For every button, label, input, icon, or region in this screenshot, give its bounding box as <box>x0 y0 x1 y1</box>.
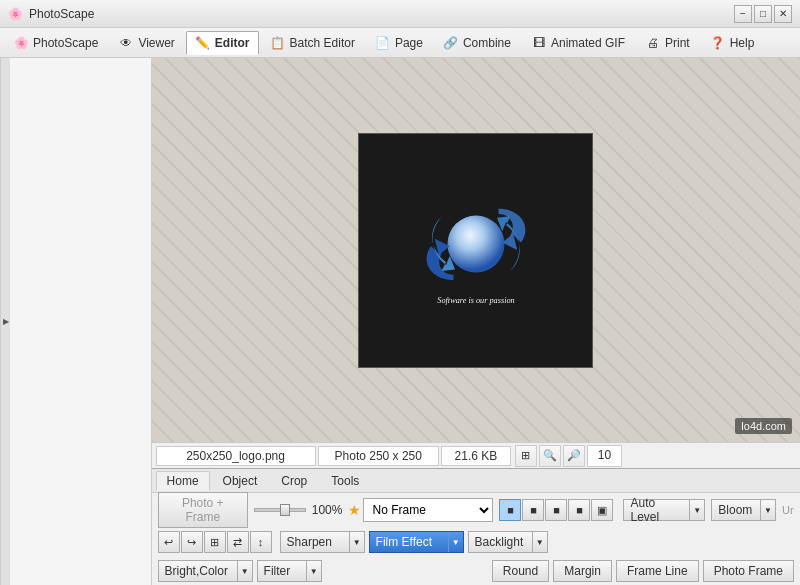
effect-btn-2[interactable]: ■ <box>522 499 544 521</box>
tool-tab-home[interactable]: Home <box>156 471 210 491</box>
redo-btn[interactable]: ↪ <box>181 531 203 553</box>
tab-editor-label: Editor <box>215 36 250 50</box>
unsharp-label: Un <box>782 504 794 516</box>
frame-select[interactable]: No Frame <box>363 498 493 522</box>
maximize-button[interactable]: □ <box>754 5 772 23</box>
tab-help[interactable]: ❓ Help <box>701 31 764 55</box>
photo-frame-btn2[interactable]: Photo Frame <box>703 560 794 582</box>
canvas-area: Software is our passion lo4d.com <box>152 58 800 442</box>
title-bar-controls: − □ ✕ <box>734 5 792 23</box>
effect-btn-3[interactable]: ■ <box>545 499 567 521</box>
app-icon: 🌸 <box>8 7 23 21</box>
help-icon: ❓ <box>710 35 726 51</box>
film-effect-dropdown[interactable]: Film Effect ▼ <box>369 531 464 553</box>
zoom-in-btn[interactable]: 🔎 <box>563 445 585 467</box>
frame-select-wrapper: ★ No Frame <box>348 498 493 522</box>
round-button[interactable]: Round <box>492 560 549 582</box>
tool-tab-home-label: Home <box>167 474 199 488</box>
auto-level-arrow: ▼ <box>689 500 704 520</box>
bloom-arrow: ▼ <box>760 500 775 520</box>
title-bar: 🌸 PhotoScape − □ ✕ <box>0 0 800 28</box>
film-effect-arrow: ▼ <box>448 532 463 552</box>
action-icons: ↩ ↪ ⊞ ⇄ ↕ <box>158 531 272 553</box>
favorite-star[interactable]: ★ <box>348 502 361 518</box>
auto-level-label: Auto Level <box>624 496 689 524</box>
tab-editor[interactable]: ✏️ Editor <box>186 31 259 55</box>
svg-text:Software is our passion: Software is our passion <box>437 296 514 305</box>
tab-combine-label: Combine <box>463 36 511 50</box>
filter-dropdown[interactable]: Filter ▼ <box>257 560 322 582</box>
bright-color-dropdown[interactable]: Bright,Color ▼ <box>158 560 253 582</box>
rotate-btn[interactable]: ↕ <box>250 531 272 553</box>
tool-controls-row2: ↩ ↪ ⊞ ⇄ ↕ Sharpen ▼ Film Effect ▼ <box>152 527 800 557</box>
tab-batch[interactable]: 📋 Batch Editor <box>261 31 364 55</box>
tool-controls-row1: Photo + Frame 100% ★ No Frame ■ ■ <box>152 493 800 527</box>
photoscape-icon: 🌸 <box>13 35 29 51</box>
bloom-label: Bloom <box>712 503 760 517</box>
effect-icons: ■ ■ ■ ■ ▣ <box>499 499 613 521</box>
frame-line-button[interactable]: Frame Line <box>616 560 699 582</box>
gif-icon: 🎞 <box>531 35 547 51</box>
content-wrapper: Software is our passion lo4d.com 250x250… <box>152 58 800 585</box>
page-icon: 📄 <box>375 35 391 51</box>
tab-photoscape[interactable]: 🌸 PhotoScape <box>4 31 107 55</box>
status-bar: 250x250_logo.png Photo 250 x 250 21.6 KB… <box>152 442 800 468</box>
title-bar-left: 🌸 PhotoScape <box>8 7 94 21</box>
bottom-row: Bright,Color ▼ Filter ▼ Round Margin Fra… <box>152 557 800 585</box>
combine-icon: 🔗 <box>443 35 459 51</box>
sharpen-dropdown[interactable]: Sharpen ▼ <box>280 531 365 553</box>
status-filename: 250x250_logo.png <box>156 446 316 466</box>
editor-icon: ✏️ <box>195 35 211 51</box>
tool-tab-tools-label: Tools <box>331 474 359 488</box>
tool-tab-crop[interactable]: Crop <box>270 471 318 491</box>
bottom-panel: Home Object Crop Tools Photo + Frame <box>152 468 800 585</box>
tab-print-label: Print <box>665 36 690 50</box>
tool-tab-crop-label: Crop <box>281 474 307 488</box>
sidebar-expand-arrow[interactable]: ▶ <box>0 58 10 585</box>
tab-viewer[interactable]: 👁 Viewer <box>109 31 183 55</box>
tool-tab-object[interactable]: Object <box>212 471 269 491</box>
bloom-dropdown[interactable]: Bloom ▼ <box>711 499 776 521</box>
main-layout: 📁 Public 📁 WINDOWS 💾 Data (D:) 📁 Android… <box>0 58 800 585</box>
status-filesize: 21.6 KB <box>441 446 511 466</box>
bottom-action-btns: Round Margin Frame Line Photo Frame <box>492 560 794 582</box>
tab-viewer-label: Viewer <box>138 36 174 50</box>
tab-help-label: Help <box>730 36 755 50</box>
content-area: Software is our passion lo4d.com 250x250… <box>152 58 800 585</box>
backlight-arrow: ▼ <box>532 532 547 552</box>
bright-color-label: Bright,Color <box>159 564 237 578</box>
zoom-out-btn[interactable]: 🔍 <box>539 445 561 467</box>
watermark: lo4d.com <box>735 418 792 434</box>
percent-value: 100% <box>312 503 343 517</box>
tab-page-label: Page <box>395 36 423 50</box>
sharpen-label: Sharpen <box>281 535 349 549</box>
film-effect-label: Film Effect <box>370 535 448 549</box>
tab-batch-label: Batch Editor <box>290 36 355 50</box>
viewer-icon: 👁 <box>118 35 134 51</box>
undo-btn[interactable]: ↩ <box>158 531 180 553</box>
sharpen-arrow: ▼ <box>349 532 364 552</box>
batch-icon: 📋 <box>270 35 286 51</box>
effect-btn-1[interactable]: ■ <box>499 499 521 521</box>
auto-level-dropdown[interactable]: Auto Level ▼ <box>623 499 705 521</box>
opacity-slider[interactable] <box>254 508 306 512</box>
minimize-button[interactable]: − <box>734 5 752 23</box>
tab-combine[interactable]: 🔗 Combine <box>434 31 520 55</box>
tool-tab-object-label: Object <box>223 474 258 488</box>
backlight-label: Backlight <box>469 535 532 549</box>
close-button[interactable]: ✕ <box>774 5 792 23</box>
tab-gif[interactable]: 🎞 Animated GIF <box>522 31 634 55</box>
tab-print[interactable]: 🖨 Print <box>636 31 699 55</box>
margin-button[interactable]: Margin <box>553 560 612 582</box>
flip-btn[interactable]: ⇄ <box>227 531 249 553</box>
tool-tab-tools[interactable]: Tools <box>320 471 370 491</box>
effect-btn-4[interactable]: ■ <box>568 499 590 521</box>
tab-page[interactable]: 📄 Page <box>366 31 432 55</box>
photo-frame-button[interactable]: Photo + Frame <box>158 492 248 528</box>
effect-btn-5[interactable]: ▣ <box>591 499 613 521</box>
copy-btn[interactable]: ⊞ <box>204 531 226 553</box>
backlight-dropdown[interactable]: Backlight ▼ <box>468 531 548 553</box>
image-canvas: Software is our passion <box>358 133 593 368</box>
fit-icon-btn[interactable]: ⊞ <box>515 445 537 467</box>
sidebar: 📁 Public 📁 WINDOWS 💾 Data (D:) 📁 Android… <box>0 58 152 585</box>
